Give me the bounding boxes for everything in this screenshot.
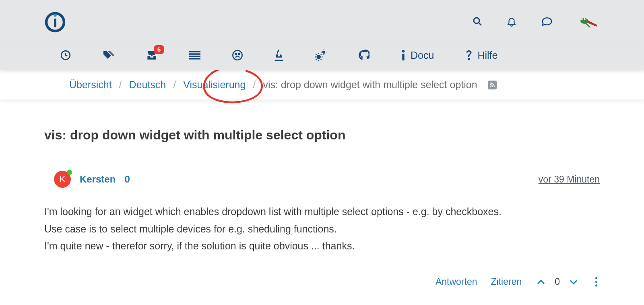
breadcrumb-sep: / <box>115 79 126 91</box>
nav-sad[interactable] <box>232 50 243 61</box>
avatar-initial: K <box>60 174 66 185</box>
avatar[interactable]: K <box>54 171 71 188</box>
inbox-badge: 5 <box>154 45 164 54</box>
svg-point-7 <box>582 19 583 20</box>
svg-point-3 <box>474 18 479 23</box>
post-timestamp[interactable]: vor 39 Minuten <box>539 174 600 185</box>
author-name[interactable]: Kersten <box>80 174 116 185</box>
bell-icon[interactable] <box>506 16 517 29</box>
post-line: Use case is to select multiple devices f… <box>44 220 600 238</box>
downvote-button[interactable] <box>568 275 579 289</box>
nav-gears[interactable] <box>315 50 327 61</box>
nav-hilfe[interactable]: Hilfe <box>465 50 497 61</box>
chat-icon[interactable] <box>541 16 553 28</box>
upvote-button[interactable] <box>535 275 547 289</box>
svg-rect-12 <box>189 53 200 55</box>
more-menu-icon[interactable] <box>593 277 600 286</box>
post-footer: Antworten Zitieren 0 <box>44 275 600 289</box>
post-header: K Kersten 0 vor 39 Minuten <box>54 171 600 188</box>
reply-button[interactable]: Antworten <box>436 276 477 287</box>
content: vis: drop down widget with multiple sele… <box>0 100 644 305</box>
topbar-actions <box>473 16 600 29</box>
svg-point-19 <box>316 55 321 59</box>
svg-rect-11 <box>189 51 200 53</box>
nav-hilfe-label: Hilfe <box>477 50 497 61</box>
nav-github[interactable] <box>358 50 369 61</box>
nav-docu[interactable]: Docu <box>401 50 434 61</box>
svg-point-20 <box>322 51 326 54</box>
breadcrumb-lang[interactable]: Deutsch <box>129 79 166 91</box>
svg-line-4 <box>479 23 481 25</box>
nav-recent[interactable] <box>60 50 71 60</box>
nav-inbox[interactable]: 5 <box>146 50 158 60</box>
breadcrumb-category[interactable]: Visualisierung <box>183 79 246 91</box>
svg-rect-1 <box>54 19 56 27</box>
post-line: I'm quite new - therefor sorry, if the s… <box>44 237 600 255</box>
logo[interactable] <box>44 11 66 33</box>
breadcrumb-sep: / <box>169 79 180 91</box>
vote-count: 0 <box>552 276 562 287</box>
post-body: I'm looking for an widget which enables … <box>44 203 600 255</box>
post-line: I'm looking for an widget which enables … <box>44 203 600 220</box>
nav-list[interactable] <box>189 51 200 60</box>
breadcrumb-overview[interactable]: Übersicht <box>69 79 112 91</box>
nav-docu-label: Docu <box>411 50 434 61</box>
svg-rect-22 <box>402 54 404 60</box>
nav-flame[interactable] <box>275 49 283 61</box>
svg-point-16 <box>235 54 237 55</box>
author-rep: 0 <box>124 174 130 185</box>
breadcrumb-current: vis: drop down widget with multiple sele… <box>263 79 477 91</box>
svg-point-23 <box>468 58 470 60</box>
post-title: vis: drop down widget with multiple sele… <box>44 128 600 143</box>
svg-rect-14 <box>189 58 200 60</box>
svg-point-24 <box>490 86 491 87</box>
svg-rect-13 <box>189 56 200 57</box>
presence-dot <box>67 170 72 175</box>
nav-tags[interactable] <box>102 50 114 60</box>
breadcrumb: Übersicht / Deutsch / Visualisierung / v… <box>69 79 588 91</box>
breadcrumb-bar: Übersicht / Deutsch / Visualisierung / v… <box>0 70 644 100</box>
svg-point-15 <box>233 50 242 60</box>
quote-button[interactable]: Zitieren <box>491 276 522 287</box>
svg-point-21 <box>402 50 405 53</box>
svg-rect-18 <box>275 60 283 61</box>
svg-point-2 <box>54 14 57 17</box>
avatar-frog-icon[interactable] <box>577 16 600 28</box>
rss-icon[interactable] <box>488 81 497 89</box>
svg-point-9 <box>585 19 586 20</box>
search-icon[interactable] <box>473 17 482 28</box>
top-bar <box>0 0 644 41</box>
nav-bar: 5 Docu Hilfe <box>0 41 644 70</box>
vote-group: 0 <box>535 275 579 289</box>
breadcrumb-sep: / <box>249 79 260 91</box>
svg-point-17 <box>239 54 240 55</box>
